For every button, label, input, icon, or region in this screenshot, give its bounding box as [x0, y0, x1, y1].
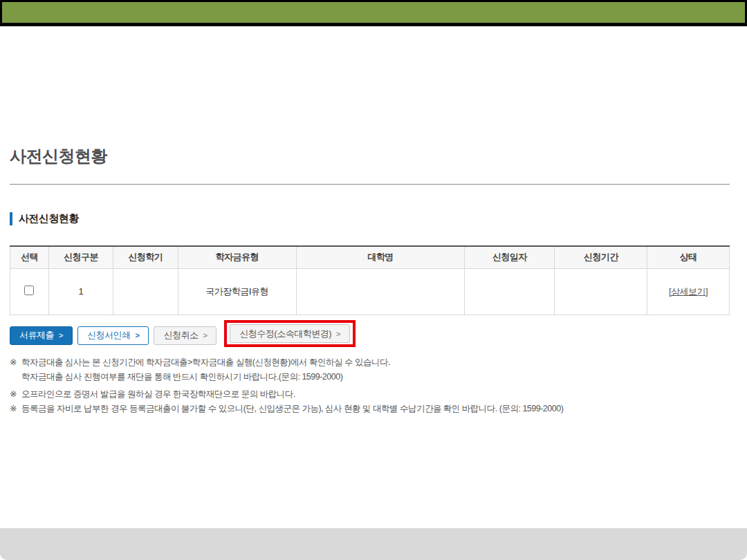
chevron-right-icon: >	[135, 331, 139, 339]
note-marker: ※	[10, 402, 21, 416]
top-green-banner	[0, 0, 747, 26]
col-header-apply-type: 신청구분	[48, 246, 113, 268]
application-status-table: 선택 신청구분 신청학기 학자금유형 대학명 신청일자 신청기간 상태 1	[10, 245, 730, 315]
note-line-3: ※ 오프라인으로 증명서 발급을 원하실 경우 한국장학재단으로 문의 바랍니다…	[10, 387, 730, 402]
section-title: 사전신청현황	[19, 212, 79, 225]
cell-select	[10, 268, 49, 315]
cell-apply-type: 1	[48, 268, 113, 315]
col-header-apply-date: 신청일자	[465, 246, 555, 268]
submit-docs-button[interactable]: 서류제출 >	[10, 326, 73, 345]
cancel-apply-button[interactable]: 신청취소 >	[154, 326, 216, 345]
cell-apply-date	[465, 268, 555, 315]
table-row: 1 국가장학금Ⅰ유형 [상세보기]	[10, 268, 730, 315]
submit-docs-label: 서류제출	[19, 329, 54, 342]
note-line-1: ※ 학자금대출 심사는 본 신청기간에 학자금대출>학자금대출 실행(신청현황)…	[10, 355, 730, 370]
col-header-status: 상태	[647, 246, 730, 268]
page-title: 사전신청현황	[10, 145, 107, 167]
section-accent-bar	[10, 212, 12, 225]
section-header: 사전신청현황	[10, 212, 79, 225]
action-buttons: 서류제출 > 신청서인쇄 > 신청취소 > 신청수정(소속대학변경) >	[10, 320, 356, 347]
col-header-university: 대학명	[296, 246, 465, 268]
note-text: 학자금대출 심사 진행여부를 재단을 통해 반드시 확인하시기 바랍니다.(문의…	[21, 370, 342, 384]
note-line-4: ※ 등록금을 자비로 납부한 경우 등록금대출이 불가할 수 있으니(단, 신입…	[10, 402, 730, 416]
table-header-row: 선택 신청구분 신청학기 학자금유형 대학명 신청일자 신청기간 상태	[10, 246, 730, 268]
chevron-right-icon: >	[203, 331, 207, 339]
cell-aid-type: 국가장학금Ⅰ유형	[178, 268, 296, 315]
footnotes: ※ 학자금대출 심사는 본 신청기간에 학자금대출>학자금대출 실행(신청현황)…	[10, 355, 730, 416]
modify-apply-label: 신청수정(소속대학변경)	[239, 328, 331, 340]
note-text: 등록금을 자비로 납부한 경우 등록금대출이 불가할 수 있으니(단, 신입생군…	[21, 402, 563, 416]
print-form-button[interactable]: 신청서인쇄 >	[77, 326, 149, 345]
note-line-2: 학자금대출 심사 진행여부를 재단을 통해 반드시 확인하시기 바랍니다.(문의…	[21, 370, 730, 384]
title-divider	[10, 184, 730, 185]
chevron-right-icon: >	[59, 331, 63, 339]
col-header-semester: 신청학기	[113, 246, 178, 268]
page: 사전신청현황 사전신청현황 선택 신청구분 신청학기 학자금유형 대학명 신청일…	[0, 0, 747, 560]
detail-view-link[interactable]: [상세보기]	[669, 286, 708, 297]
footer-bar	[0, 528, 747, 560]
note-text: 오프라인으로 증명서 발급을 원하실 경우 한국장학재단으로 문의 바랍니다.	[21, 387, 295, 402]
cell-university	[296, 268, 465, 315]
modify-apply-button[interactable]: 신청수정(소속대학변경) >	[230, 324, 350, 343]
print-form-label: 신청서인쇄	[87, 329, 131, 342]
cell-status: [상세보기]	[647, 268, 730, 315]
note-marker: ※	[10, 387, 21, 402]
cell-semester	[113, 268, 178, 315]
row-checkbox[interactable]	[24, 286, 34, 295]
note-text: 학자금대출 심사는 본 신청기간에 학자금대출>학자금대출 실행(신청현황)에서…	[21, 355, 390, 370]
cell-apply-period	[555, 268, 647, 315]
col-header-apply-period: 신청기간	[555, 246, 647, 268]
col-header-aid-type: 학자금유형	[178, 246, 296, 268]
cancel-apply-label: 신청취소	[163, 329, 198, 342]
red-highlight-box: 신청수정(소속대학변경) >	[224, 320, 356, 347]
chevron-right-icon: >	[336, 330, 340, 338]
col-header-select: 선택	[10, 246, 49, 268]
note-marker: ※	[10, 355, 21, 370]
